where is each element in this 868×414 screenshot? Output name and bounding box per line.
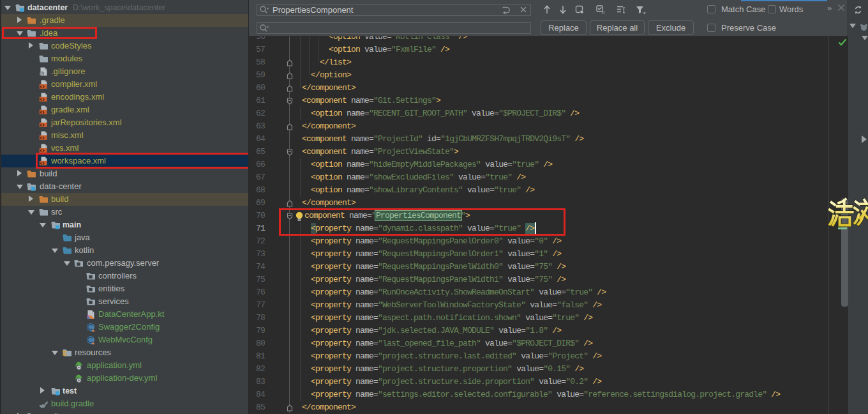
svg-text:II: II (602, 10, 604, 15)
